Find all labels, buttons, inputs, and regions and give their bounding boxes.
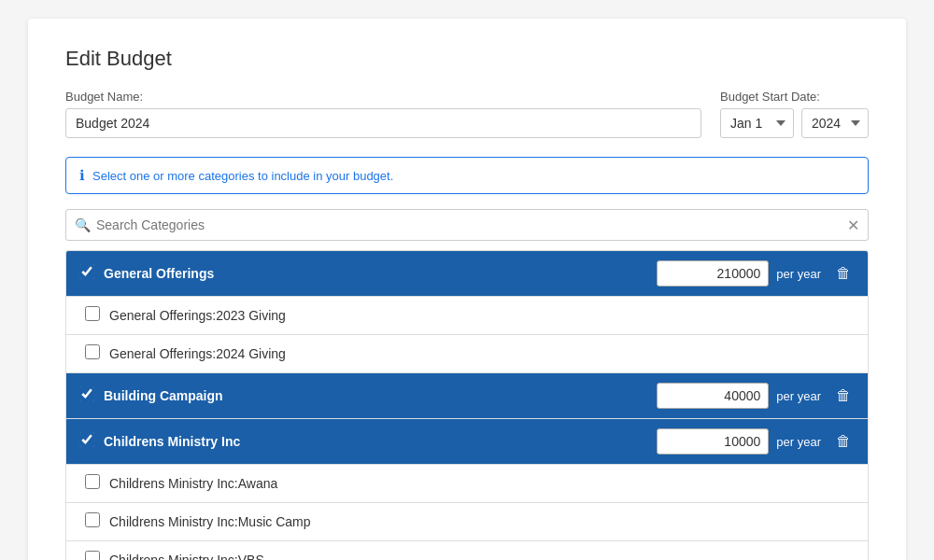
checkbox-general-offerings[interactable] bbox=[79, 264, 94, 283]
budget-name-input[interactable] bbox=[65, 108, 701, 138]
budget-start-date-label: Budget Start Date: bbox=[720, 90, 869, 104]
search-clear-icon[interactable]: ✕ bbox=[847, 217, 859, 234]
search-icon: 🔍 bbox=[75, 217, 91, 232]
category-row-building-campaign: Building Campaign per year 🗑 bbox=[66, 373, 868, 419]
month-select[interactable]: Jan 1 Feb 1 Mar 1 Apr 1 May 1 Jun 1 Jul … bbox=[720, 108, 794, 138]
amount-input-childrens-ministry[interactable] bbox=[657, 428, 769, 455]
category-label-building-campaign: Building Campaign bbox=[104, 388, 657, 403]
budget-start-date-group: Budget Start Date: Jan 1 Feb 1 Mar 1 Apr… bbox=[720, 90, 869, 138]
category-row-childrens-music: Childrens Ministry Inc:Music Camp bbox=[66, 503, 868, 541]
page-title: Edit Budget bbox=[65, 47, 869, 71]
year-select[interactable]: 2022 2023 2024 2025 2026 bbox=[801, 108, 869, 138]
date-selects: Jan 1 Feb 1 Mar 1 Apr 1 May 1 Jun 1 Jul … bbox=[720, 108, 869, 138]
category-label-childrens-vbs: Childrens Ministry Inc:VBS bbox=[109, 553, 855, 560]
budget-name-group: Budget Name: bbox=[65, 90, 701, 138]
category-row-childrens-awana: Childrens Ministry Inc:Awana bbox=[66, 465, 868, 503]
amount-input-general-offerings[interactable] bbox=[657, 260, 769, 287]
info-banner-text: Select one or more categories to include… bbox=[92, 169, 393, 183]
delete-btn-childrens-ministry[interactable]: 🗑 bbox=[832, 431, 855, 452]
category-row-general-offerings-2024: General Offerings:2024 Giving bbox=[66, 335, 868, 373]
amount-input-building-campaign[interactable] bbox=[657, 383, 769, 409]
category-row-childrens-vbs: Childrens Ministry Inc:VBS bbox=[66, 541, 868, 560]
info-banner: ℹ Select one or more categories to inclu… bbox=[65, 157, 869, 194]
budget-name-label: Budget Name: bbox=[65, 90, 701, 104]
category-label-childrens-ministry: Childrens Ministry Inc bbox=[104, 434, 657, 449]
budget-input-childrens-ministry: per year 🗑 bbox=[657, 428, 855, 455]
delete-btn-general-offerings[interactable]: 🗑 bbox=[832, 263, 855, 284]
form-row: Budget Name: Budget Start Date: Jan 1 Fe… bbox=[65, 90, 869, 138]
category-label-childrens-awana: Childrens Ministry Inc:Awana bbox=[109, 476, 855, 491]
category-label-general-offerings-2024: General Offerings:2024 Giving bbox=[109, 346, 855, 361]
budget-input-building-campaign: per year 🗑 bbox=[657, 383, 855, 409]
per-year-building-campaign: per year bbox=[776, 389, 821, 403]
category-row-general-offerings: General Offerings per year 🗑 bbox=[66, 251, 868, 297]
per-year-general-offerings: per year bbox=[776, 267, 821, 281]
category-label-childrens-music: Childrens Ministry Inc:Music Camp bbox=[109, 514, 855, 529]
category-label-general-offerings-2023: General Offerings:2023 Giving bbox=[109, 308, 855, 323]
info-icon: ℹ bbox=[79, 167, 85, 184]
delete-btn-building-campaign[interactable]: 🗑 bbox=[832, 385, 855, 406]
per-year-childrens-ministry: per year bbox=[776, 435, 821, 449]
search-input[interactable] bbox=[65, 209, 869, 241]
categories-list: General Offerings per year 🗑 General Off… bbox=[65, 250, 869, 560]
category-label-general-offerings: General Offerings bbox=[104, 266, 657, 281]
page-container: Edit Budget Budget Name: Budget Start Da… bbox=[28, 19, 906, 560]
category-row-general-offerings-2023: General Offerings:2023 Giving bbox=[66, 297, 868, 335]
search-row: 🔍 ✕ bbox=[65, 209, 869, 241]
budget-input-general-offerings: per year 🗑 bbox=[657, 260, 855, 287]
category-row-childrens-ministry: Childrens Ministry Inc per year 🗑 bbox=[66, 419, 868, 465]
